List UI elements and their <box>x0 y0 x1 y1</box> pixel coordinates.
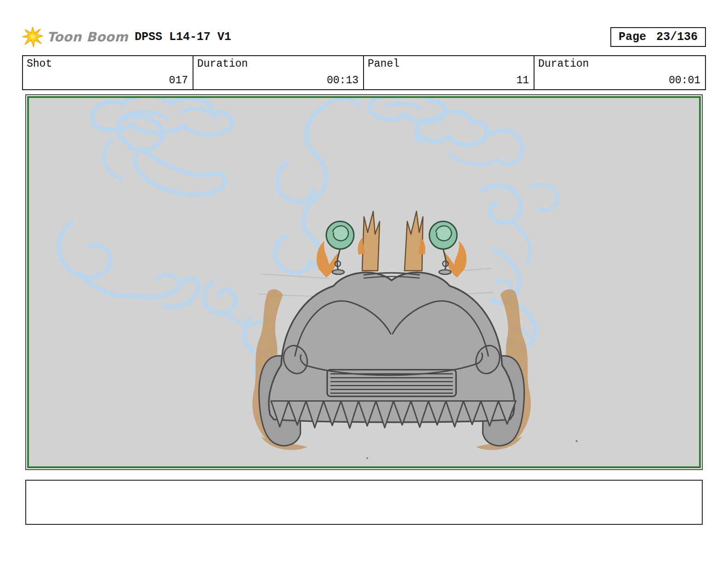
document-title: DPSS L14-17 V1 <box>135 30 231 44</box>
page-number-box: Page 23/136 <box>610 27 706 47</box>
shot-duration-value: 00:13 <box>327 75 358 86</box>
header-bar: Toon Boom DPSS L14-17 V1 Page 23/136 <box>22 25 706 49</box>
storyboard-page: Toon Boom DPSS L14-17 V1 Page 23/136 Sho… <box>0 0 728 563</box>
storyboard-panel <box>27 96 701 468</box>
shot-info-table: Shot 017 Duration 00:13 Panel 11 Duratio… <box>22 55 706 90</box>
pencil-dot <box>575 440 577 442</box>
storyboard-panel-frame <box>25 94 703 470</box>
logo-text: Toon Boom <box>47 29 128 45</box>
shot-duration-cell: Duration 00:13 <box>193 56 364 89</box>
starburst-logo-icon <box>22 26 43 47</box>
page-label: Page <box>619 30 646 44</box>
panel-cell: Panel 11 <box>364 56 535 89</box>
shot-cell: Shot 017 <box>23 56 193 89</box>
shot-duration-label: Duration <box>197 58 248 70</box>
storyboard-artwork <box>29 98 699 466</box>
panel-label: Panel <box>368 58 399 70</box>
shot-label: Shot <box>27 58 52 70</box>
caption-box <box>25 480 703 525</box>
shot-value: 017 <box>169 75 188 86</box>
pencil-dot <box>366 457 368 459</box>
panel-duration-label: Duration <box>538 58 589 70</box>
page-value: 23/136 <box>656 30 698 44</box>
toonboom-logo: Toon Boom <box>22 26 128 47</box>
panel-duration-value: 00:01 <box>669 75 700 86</box>
panel-duration-cell: Duration 00:01 <box>535 56 705 89</box>
panel-value: 11 <box>516 75 529 86</box>
